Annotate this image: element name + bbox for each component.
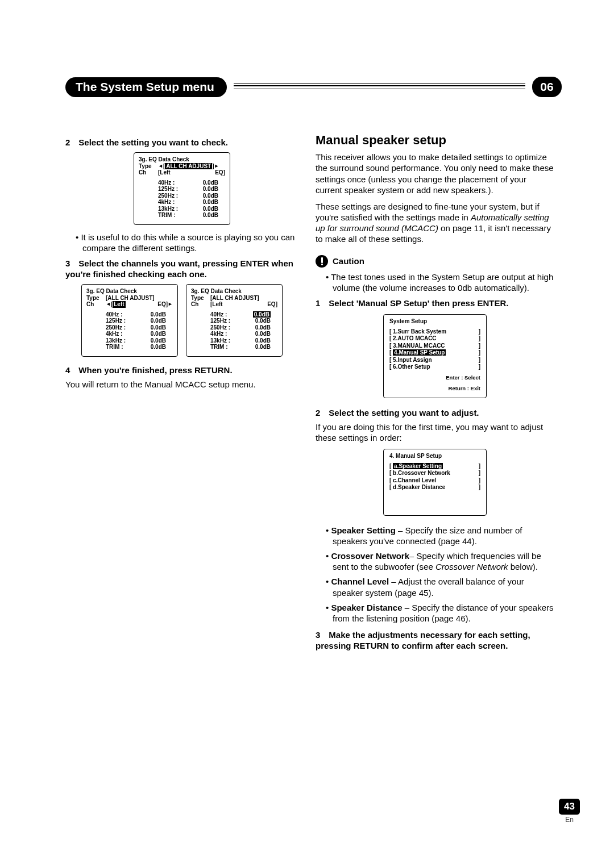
left-arrow-icon: ◄	[158, 163, 163, 170]
menu-item: [ b.Crossover Network]	[389, 470, 480, 477]
osd-eq-data-check-1: 3g. EQ Data Check Type ◄ [ ALL CH ADJUST…	[134, 152, 230, 225]
osd-title: 3g. EQ Data Check	[86, 288, 173, 295]
menu-item-selected: [ 4.Manual SP Setup]	[389, 349, 480, 356]
step-1-label: 1 Select 'Manual SP Setup' then press EN…	[316, 298, 554, 308]
manual-page: The System Setup menu 06 2 Select the se…	[0, 0, 614, 868]
osd-type-row: Type ◄ [ ALL CH ADJUST ] ►	[139, 163, 225, 170]
ch-label: Ch	[139, 169, 158, 176]
step-2-label: 2 Select the setting you want to adjust.	[316, 407, 554, 418]
right-arrow-icon: ►	[214, 163, 219, 170]
step-4-body: You will return to the Manual MCACC setu…	[65, 379, 298, 390]
chapter-header: The System Setup menu 06	[65, 77, 562, 97]
caution-label: Caution	[333, 256, 364, 266]
step-3-label: 3 Select the channels you want, pressing…	[65, 258, 298, 279]
menu-item: [ d.Speaker Distance]	[389, 484, 480, 491]
eq-row: TRIM :0.0dB	[139, 212, 225, 219]
intro-paragraph-2: These settings are designed to fine-tune…	[316, 201, 554, 245]
eq-label: EQ	[215, 169, 223, 176]
step-4-label: 4 When you're finished, press RETURN.	[65, 365, 298, 375]
content-columns: 2 Select the setting you want to check. …	[65, 132, 562, 655]
highlighted-value: 0.0dB	[253, 311, 271, 318]
eq-row: 125Hz :0.0dB	[139, 186, 225, 193]
chapter-number: 06	[532, 77, 562, 97]
eq-row: 40Hz :0.0dB	[139, 180, 225, 186]
intro-paragraph-1: This receiver allows you to make detaile…	[316, 152, 554, 195]
left-arrow-icon: ◄	[106, 301, 111, 308]
osd-ch-row: Ch ◄ [Left EQ] ►	[86, 301, 173, 308]
step-2-body: If you are doing this for the first time…	[316, 422, 554, 443]
menu-item: [ 1.Surr Back System]	[389, 328, 480, 335]
setting-bullet: • Speaker Setting – Specify the size and…	[326, 525, 554, 546]
caution-icon	[316, 255, 328, 268]
menu-item: [ 3.MANUAL MCACC]	[389, 343, 480, 349]
osd-title: 3g. EQ Data Check	[139, 156, 225, 163]
page-number-badge: 43 En	[559, 799, 580, 824]
setting-bullet: • Crossover Network– Specify which frequ…	[326, 550, 554, 572]
osd-title: 3g. EQ Data Check	[191, 288, 277, 295]
osd-pair: 3g. EQ Data Check Type[ ALL CH ADJUST ] …	[65, 284, 298, 357]
osd-ch-row: Ch [ Left EQ ]	[139, 169, 225, 176]
menu-item: [ 5.Input Assign]	[389, 357, 480, 364]
setting-bullet: • Channel Level – Adjust the overall bal…	[326, 576, 554, 598]
osd-title: System Setup	[389, 318, 480, 325]
menu-item-selected: [ a.Speaker Setting]	[389, 463, 480, 470]
page-language: En	[559, 816, 580, 824]
eq-row: 4kHz :0.0dB	[139, 199, 225, 206]
type-value: ALL CH ADJUST	[165, 163, 212, 170]
right-arrow-icon: ►	[168, 301, 173, 308]
hint-return: Return : Exit	[389, 386, 480, 392]
hint-enter: Enter : Select	[389, 375, 480, 381]
eq-row: 250Hz :0.0dB	[139, 193, 225, 199]
menu-item: [ c.Channel Level]	[389, 477, 480, 484]
step-3-label: 3 Make the adjustments necessary for eac…	[316, 629, 554, 651]
left-column: 2 Select the setting you want to check. …	[65, 132, 298, 655]
tip-bullet: • It is useful to do this while a source…	[76, 232, 298, 253]
osd-manual-sp-setup: 4. Manual SP Setup [ a.Speaker Setting] …	[383, 449, 487, 516]
osd-eq-data-check-2b: 3g. EQ Data Check Type[ ALL CH ADJUST ] …	[186, 284, 283, 357]
setting-bullet: • Speaker Distance – Specify the distanc…	[326, 602, 554, 624]
step-2-label: 2 Select the setting you want to check.	[65, 137, 298, 148]
ch-value: Left	[160, 169, 170, 176]
type-label: Type	[139, 163, 158, 170]
caution-heading: Caution	[316, 255, 554, 268]
menu-item: [ 6.Other Setup]	[389, 364, 480, 370]
page-number: 43	[559, 799, 580, 815]
menu-item: [ 2.AUTO MCACC]	[389, 335, 480, 342]
chapter-title: The System Setup menu	[65, 77, 227, 97]
header-rule	[234, 77, 525, 97]
osd-title: 4. Manual SP Setup	[389, 453, 480, 460]
osd-eq-data-check-2a: 3g. EQ Data Check Type[ ALL CH ADJUST ] …	[81, 284, 178, 357]
osd-system-setup: System Setup [ 1.Surr Back System] [ 2.A…	[383, 314, 487, 398]
section-heading: Manual speaker setup	[316, 132, 554, 148]
right-column: Manual speaker setup This receiver allow…	[316, 132, 554, 655]
caution-bullet: • The test tones used in the System Setu…	[326, 272, 554, 293]
eq-row: 13kHz :0.0dB	[139, 206, 225, 212]
